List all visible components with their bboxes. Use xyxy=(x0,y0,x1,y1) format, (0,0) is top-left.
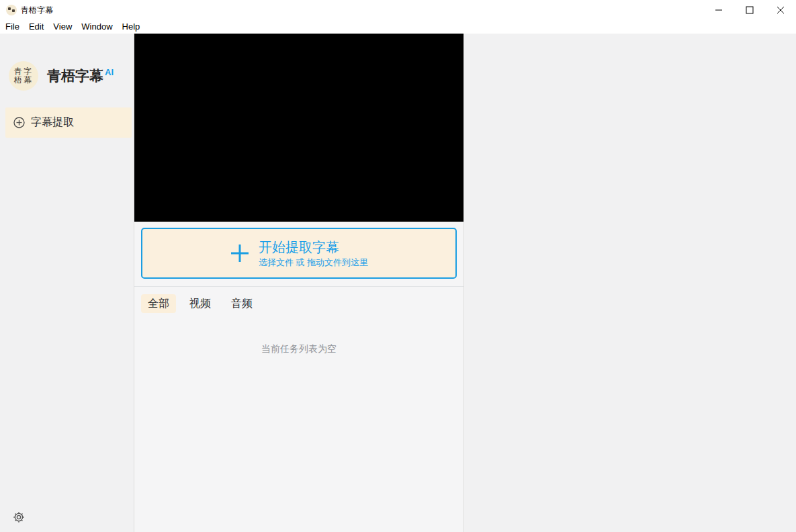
tab-video[interactable]: 视频 xyxy=(183,294,218,313)
menu-window[interactable]: Window xyxy=(77,20,117,34)
content-area: 青字 梧幕 青梧字幕AI 字幕提取 xyxy=(0,34,796,532)
close-icon xyxy=(777,6,785,14)
menu-help[interactable]: Help xyxy=(118,20,145,34)
video-preview xyxy=(134,34,463,222)
plus-icon xyxy=(230,243,250,263)
title-bar: 青梧字幕 xyxy=(0,0,796,20)
maximize-button[interactable] xyxy=(734,0,765,20)
gear-icon xyxy=(13,511,25,523)
app-name-text: 青梧字幕 xyxy=(47,68,103,83)
brand-logo-line2: 梧幕 xyxy=(14,76,33,85)
minimize-button[interactable] xyxy=(703,0,734,20)
window-title: 青梧字幕 xyxy=(21,5,53,16)
brand: 青字 梧幕 青梧字幕AI xyxy=(9,61,134,91)
task-filter-tabs: 全部 视频 音频 xyxy=(141,294,463,313)
close-button[interactable] xyxy=(765,0,796,20)
menu-view[interactable]: View xyxy=(48,20,77,34)
menu-file[interactable]: File xyxy=(1,20,24,34)
settings-button[interactable] xyxy=(13,511,25,523)
minimize-icon xyxy=(715,6,723,14)
main-panel: 开始提取字幕 选择文件 或 拖动文件到这里 全部 视频 音频 当前任务列表为空 xyxy=(134,34,464,532)
maximize-icon xyxy=(746,6,754,14)
tab-audio[interactable]: 音频 xyxy=(224,294,259,313)
empty-task-list-message: 当前任务列表为空 xyxy=(134,343,463,355)
sidebar: 青字 梧幕 青梧字幕AI 字幕提取 xyxy=(0,34,134,532)
upload-section: 开始提取字幕 选择文件 或 拖动文件到这里 xyxy=(134,222,463,287)
sidebar-item-subtitle-extract[interactable]: 字幕提取 xyxy=(5,107,132,138)
sidebar-item-label: 字幕提取 xyxy=(31,116,74,130)
add-circle-icon xyxy=(13,117,25,128)
right-panel xyxy=(464,34,796,532)
tab-all[interactable]: 全部 xyxy=(141,294,176,313)
start-button-subtitle: 选择文件 或 拖动文件到这里 xyxy=(259,256,368,269)
menu-edit[interactable]: Edit xyxy=(24,20,48,34)
start-button-texts: 开始提取字幕 选择文件 或 拖动文件到这里 xyxy=(259,238,368,269)
start-extract-button[interactable]: 开始提取字幕 选择文件 或 拖动文件到这里 xyxy=(141,228,457,279)
app-icon xyxy=(6,5,17,15)
window-controls xyxy=(703,0,796,20)
app-ai-badge: AI xyxy=(105,67,114,77)
start-button-title: 开始提取字幕 xyxy=(259,238,368,256)
menu-bar: File Edit View Window Help xyxy=(0,20,796,34)
brand-logo: 青字 梧幕 xyxy=(9,61,38,91)
app-name: 青梧字幕AI xyxy=(47,66,114,85)
